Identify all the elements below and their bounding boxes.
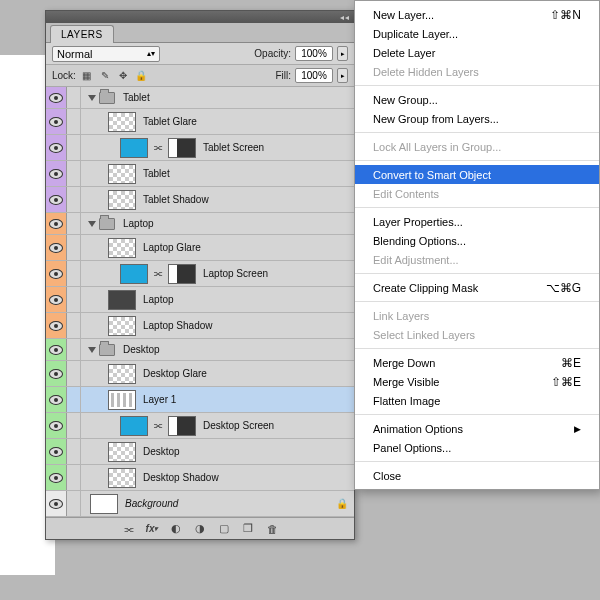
layer-name[interactable]: Layer 1 — [143, 394, 176, 405]
layer-row[interactable]: ⫘ Desktop Screen — [46, 413, 354, 439]
menu-item[interactable]: New Layer...⇧⌘N — [355, 5, 599, 24]
visibility-toggle[interactable] — [46, 235, 67, 260]
layer-thumbnail[interactable] — [108, 112, 136, 132]
layer-thumbnail[interactable] — [108, 164, 136, 184]
layer-name[interactable]: Tablet Glare — [143, 116, 197, 127]
fx-icon[interactable]: fx▾ — [145, 522, 159, 536]
background-layer-row[interactable]: Background 🔒 — [46, 491, 354, 517]
layer-thumbnail[interactable] — [120, 416, 148, 436]
layer-row[interactable]: ⫘ Laptop Screen — [46, 261, 354, 287]
layer-group-row[interactable]: Desktop — [46, 339, 354, 361]
layer-name[interactable]: Laptop Screen — [203, 268, 268, 279]
layer-name[interactable]: Background — [125, 498, 178, 509]
layer-row[interactable]: Tablet Glare — [46, 109, 354, 135]
menu-item[interactable]: New Group... — [355, 90, 599, 109]
menu-item[interactable]: New Group from Layers... — [355, 109, 599, 128]
opacity-flyout-button[interactable]: ▸ — [337, 46, 348, 61]
visibility-toggle[interactable] — [46, 261, 67, 286]
layer-thumbnail[interactable] — [108, 442, 136, 462]
visibility-toggle[interactable] — [46, 187, 67, 212]
layer-thumbnail[interactable] — [108, 468, 136, 488]
layer-name[interactable]: Laptop — [143, 294, 174, 305]
lock-position-icon[interactable]: ✥ — [116, 69, 130, 83]
mask-thumbnail[interactable] — [168, 138, 196, 158]
link-layers-icon[interactable]: ⫘ — [121, 522, 135, 536]
visibility-toggle[interactable] — [46, 287, 67, 312]
visibility-toggle[interactable] — [46, 135, 67, 160]
menu-item[interactable]: Duplicate Layer... — [355, 24, 599, 43]
menu-item[interactable]: Panel Options... — [355, 438, 599, 457]
layer-name[interactable]: Desktop Shadow — [143, 472, 219, 483]
disclosure-triangle-icon[interactable] — [88, 347, 96, 353]
layer-group-row[interactable]: Tablet — [46, 87, 354, 109]
layer-name[interactable]: Laptop Glare — [143, 242, 201, 253]
visibility-toggle[interactable] — [46, 339, 67, 360]
mask-link-icon[interactable]: ⫘ — [153, 420, 163, 431]
layer-row[interactable]: ⫘ Tablet Screen — [46, 135, 354, 161]
layer-row[interactable]: Tablet — [46, 161, 354, 187]
layer-name[interactable]: Desktop Screen — [203, 420, 274, 431]
menu-item[interactable]: Animation Options▶ — [355, 419, 599, 438]
mask-link-icon[interactable]: ⫘ — [153, 268, 163, 279]
layer-name[interactable]: Laptop Shadow — [143, 320, 213, 331]
menu-item[interactable]: Create Clipping Mask⌥⌘G — [355, 278, 599, 297]
layer-thumbnail[interactable] — [108, 290, 136, 310]
menu-item[interactable]: Convert to Smart Object — [355, 165, 599, 184]
visibility-toggle[interactable] — [46, 87, 67, 108]
menu-item[interactable]: Close — [355, 466, 599, 485]
trash-icon[interactable]: 🗑 — [265, 522, 279, 536]
visibility-toggle[interactable] — [46, 161, 67, 186]
menu-item[interactable]: Merge Down⌘E — [355, 353, 599, 372]
menu-item[interactable]: Delete Layer — [355, 43, 599, 62]
mask-link-icon[interactable]: ⫘ — [153, 142, 163, 153]
menu-item[interactable]: Blending Options... — [355, 231, 599, 250]
layer-row[interactable]: Layer 1 — [46, 387, 354, 413]
lock-transparency-icon[interactable]: ▦ — [80, 69, 94, 83]
layer-row[interactable]: Tablet Shadow — [46, 187, 354, 213]
layer-thumbnail[interactable] — [108, 390, 136, 410]
layer-row[interactable]: Laptop Glare — [46, 235, 354, 261]
layer-thumbnail[interactable] — [108, 238, 136, 258]
layer-thumbnail[interactable] — [120, 264, 148, 284]
disclosure-triangle-icon[interactable] — [88, 221, 96, 227]
layer-thumbnail[interactable] — [108, 364, 136, 384]
lock-paint-icon[interactable]: ✎ — [98, 69, 112, 83]
layer-thumbnail[interactable] — [108, 316, 136, 336]
lock-all-icon[interactable]: 🔒 — [134, 69, 148, 83]
opacity-input[interactable]: 100% — [295, 46, 333, 61]
mask-thumbnail[interactable] — [168, 416, 196, 436]
layer-name[interactable]: Desktop — [143, 446, 180, 457]
visibility-toggle[interactable] — [46, 413, 67, 438]
new-group-icon[interactable]: ▢ — [217, 522, 231, 536]
visibility-toggle[interactable] — [46, 313, 67, 338]
fill-flyout-button[interactable]: ▸ — [337, 68, 348, 83]
layer-name[interactable]: Desktop — [123, 344, 160, 355]
visibility-toggle[interactable] — [46, 439, 67, 464]
menu-item[interactable]: Layer Properties... — [355, 212, 599, 231]
layer-name[interactable]: Tablet — [123, 92, 150, 103]
menu-item[interactable]: Merge Visible⇧⌘E — [355, 372, 599, 391]
layer-name[interactable]: Tablet — [143, 168, 170, 179]
layer-thumbnail[interactable] — [90, 494, 118, 514]
new-layer-icon[interactable]: ❐ — [241, 522, 255, 536]
layer-thumbnail[interactable] — [120, 138, 148, 158]
blend-mode-select[interactable]: Normal ▴▾ — [52, 46, 160, 62]
visibility-toggle[interactable] — [46, 387, 67, 412]
mask-icon[interactable]: ◐ — [169, 522, 183, 536]
layer-row[interactable]: Laptop Shadow — [46, 313, 354, 339]
menu-item[interactable]: Flatten Image — [355, 391, 599, 410]
layer-name[interactable]: Desktop Glare — [143, 368, 207, 379]
visibility-toggle[interactable] — [46, 213, 67, 234]
adjustment-icon[interactable]: ◑ — [193, 522, 207, 536]
visibility-toggle[interactable] — [46, 465, 67, 490]
visibility-toggle[interactable] — [46, 361, 67, 386]
layer-group-row[interactable]: Laptop — [46, 213, 354, 235]
layer-name[interactable]: Laptop — [123, 218, 154, 229]
disclosure-triangle-icon[interactable] — [88, 95, 96, 101]
visibility-toggle[interactable] — [46, 491, 67, 516]
layer-row[interactable]: Desktop — [46, 439, 354, 465]
layer-name[interactable]: Tablet Screen — [203, 142, 264, 153]
layer-row[interactable]: Laptop — [46, 287, 354, 313]
panel-drag-header[interactable]: ◂◂ — [46, 11, 354, 23]
layer-name[interactable]: Tablet Shadow — [143, 194, 209, 205]
